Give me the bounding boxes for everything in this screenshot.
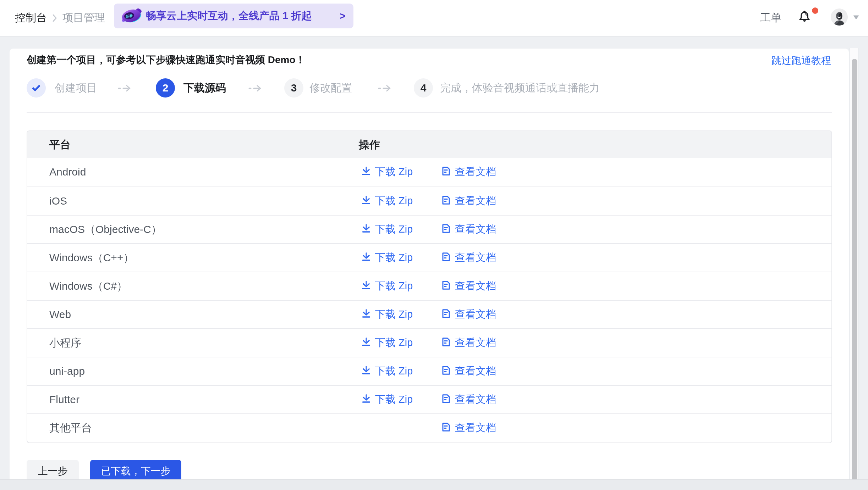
download-zip-link[interactable]: 下载 Zip bbox=[362, 216, 413, 243]
page-title: 创建第一个项目，可参考以下步骤快速跑通实时音视频 Demo！ bbox=[27, 52, 306, 68]
promo-megaphone-icon: 新春 bbox=[120, 7, 143, 26]
scrollbar-track[interactable] bbox=[849, 48, 859, 479]
document-icon bbox=[442, 366, 450, 377]
table-row: uni-app下载 Zip查看文档 bbox=[27, 357, 831, 385]
document-icon bbox=[442, 422, 450, 434]
scrollbar-thumb[interactable] bbox=[852, 59, 857, 479]
view-doc-link[interactable]: 查看文档 bbox=[442, 386, 496, 413]
table-row: Flutter下载 Zip查看文档 bbox=[27, 385, 831, 413]
document-icon bbox=[442, 309, 450, 321]
view-doc-link[interactable]: 查看文档 bbox=[442, 329, 496, 357]
table-row: macOS（Objective-C）下载 Zip查看文档 bbox=[27, 215, 831, 243]
view-doc-link[interactable]: 查看文档 bbox=[442, 357, 496, 385]
step-2-label: 下载源码 bbox=[183, 83, 226, 93]
document-icon bbox=[442, 394, 450, 406]
step-2-circle: 2 bbox=[156, 78, 175, 98]
column-header-actions: 操作 bbox=[359, 131, 380, 158]
document-icon bbox=[442, 337, 450, 349]
view-doc-link[interactable]: 查看文档 bbox=[442, 158, 496, 186]
prev-step-button[interactable]: 上一步 bbox=[27, 460, 79, 479]
platform-name: Windows（C++） bbox=[49, 244, 134, 272]
platform-name: Windows（C#） bbox=[49, 272, 127, 300]
platform-name: Web bbox=[49, 301, 71, 328]
banner-text: 畅享云上实时互动，全线产品 1 折起 bbox=[146, 4, 312, 28]
view-doc-link[interactable]: 查看文档 bbox=[442, 187, 496, 215]
table-row: 小程序下载 Zip查看文档 bbox=[27, 328, 831, 357]
user-icon bbox=[831, 9, 848, 26]
step-4-circle: 4 bbox=[414, 78, 433, 98]
download-icon bbox=[362, 195, 370, 207]
ticket-link[interactable]: 工单 bbox=[760, 0, 781, 36]
download-zip-link[interactable]: 下载 Zip bbox=[362, 158, 413, 186]
table-row: Windows（C++）下载 Zip查看文档 bbox=[27, 243, 831, 272]
table-row: 其他平台查看文档 bbox=[27, 413, 831, 442]
step-3-label: 修改配置 bbox=[309, 83, 352, 93]
download-icon bbox=[362, 366, 370, 377]
bell-icon bbox=[799, 10, 810, 23]
document-icon bbox=[442, 280, 450, 292]
table-row: Windows（C#）下载 Zip查看文档 bbox=[27, 272, 831, 300]
breadcrumb-item-console[interactable]: 控制台 bbox=[15, 11, 47, 25]
download-zip-link[interactable]: 下载 Zip bbox=[362, 386, 413, 413]
download-icon bbox=[362, 309, 370, 321]
divider bbox=[27, 112, 832, 113]
download-icon bbox=[362, 394, 370, 406]
view-doc-link[interactable]: 查看文档 bbox=[442, 301, 496, 328]
step-4-label: 完成，体验音视频通话或直播能力 bbox=[440, 83, 600, 93]
platform-name: macOS（Objective-C） bbox=[49, 216, 162, 243]
topbar: 控制台 项目管理 新春 bbox=[0, 0, 868, 37]
notification-bell-button[interactable] bbox=[799, 10, 820, 28]
step-arrow-icon bbox=[118, 84, 131, 94]
document-icon bbox=[442, 224, 450, 235]
download-zip-link[interactable]: 下载 Zip bbox=[362, 301, 413, 328]
view-doc-link[interactable]: 查看文档 bbox=[442, 272, 496, 300]
step-1-label: 创建项目 bbox=[55, 83, 97, 93]
download-icon bbox=[362, 337, 370, 349]
notification-dot bbox=[812, 7, 818, 14]
next-step-button[interactable]: 已下载，下一步 bbox=[90, 460, 181, 479]
download-zip-link[interactable]: 下载 Zip bbox=[362, 329, 413, 357]
download-icon bbox=[362, 280, 370, 292]
download-zip-link[interactable]: 下载 Zip bbox=[362, 244, 413, 272]
view-doc-link[interactable]: 查看文档 bbox=[442, 414, 496, 442]
download-icon bbox=[362, 252, 370, 264]
promo-banner[interactable]: 新春 畅享云上实时互动，全线产品 1 折起 > bbox=[114, 4, 353, 28]
column-header-platform: 平台 bbox=[49, 131, 71, 158]
platform-name: uni-app bbox=[49, 357, 85, 385]
platform-name: iOS bbox=[49, 187, 67, 215]
table-row: iOS下载 Zip查看文档 bbox=[27, 186, 831, 215]
download-zip-link[interactable]: 下载 Zip bbox=[362, 272, 413, 300]
step-3-circle: 3 bbox=[284, 78, 303, 98]
download-zip-link[interactable]: 下载 Zip bbox=[362, 187, 413, 215]
check-icon bbox=[32, 84, 41, 91]
document-icon bbox=[442, 166, 450, 178]
download-icon bbox=[362, 224, 370, 235]
breadcrumb: 控制台 项目管理 bbox=[15, 0, 105, 36]
horizontal-scrollbar-area bbox=[0, 479, 868, 490]
table-row: Android下载 Zip查看文档 bbox=[27, 158, 831, 186]
table-body: Android下载 Zip查看文档iOS下载 Zip查看文档macOS（Obje… bbox=[27, 158, 831, 442]
platform-name: Android bbox=[49, 158, 86, 186]
platform-name: Flutter bbox=[49, 386, 79, 413]
view-doc-link[interactable]: 查看文档 bbox=[442, 216, 496, 243]
download-zip-link[interactable]: 下载 Zip bbox=[362, 357, 413, 385]
platform-name: 小程序 bbox=[49, 329, 81, 357]
download-icon bbox=[362, 166, 370, 178]
step-1-circle bbox=[27, 78, 46, 98]
table-row: Web下载 Zip查看文档 bbox=[27, 300, 831, 328]
document-icon bbox=[442, 195, 450, 207]
document-icon bbox=[442, 252, 450, 264]
platform-name: 其他平台 bbox=[49, 414, 92, 442]
breadcrumb-chevron-icon bbox=[52, 13, 57, 23]
onboarding-card: 创建第一个项目，可参考以下步骤快速跑通实时音视频 Demo！ 跳过跑通教程 创建… bbox=[10, 49, 849, 479]
skip-tutorial-link[interactable]: 跳过跑通教程 bbox=[771, 54, 831, 68]
breadcrumb-item-project-management: 项目管理 bbox=[62, 11, 105, 25]
step-arrow-icon bbox=[378, 84, 391, 94]
banner-arrow-icon: > bbox=[340, 4, 346, 28]
platform-table: 平台 操作 Android下载 Zip查看文档iOS下载 Zip查看文档macO… bbox=[27, 130, 832, 443]
view-doc-link[interactable]: 查看文档 bbox=[442, 244, 496, 272]
step-arrow-icon bbox=[248, 84, 262, 94]
avatar[interactable] bbox=[831, 9, 848, 26]
chevron-down-icon[interactable] bbox=[853, 15, 859, 20]
table-header: 平台 操作 bbox=[27, 131, 831, 158]
